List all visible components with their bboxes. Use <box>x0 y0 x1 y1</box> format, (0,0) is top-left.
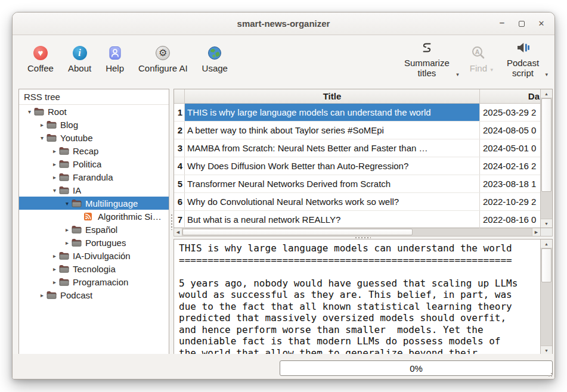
article-preview-text[interactable]: THIS is why large language models can un… <box>174 239 552 355</box>
tree-item-espanol[interactable]: ▸Español <box>19 223 169 236</box>
scroll-right-icon[interactable]: ▶ <box>532 228 540 236</box>
scroll-up-icon[interactable]: ▲ <box>541 89 552 98</box>
expander-icon[interactable]: ▸ <box>50 148 59 154</box>
table-row[interactable]: 4Why Does Diffusion Work Better than Aut… <box>174 157 552 175</box>
expander-icon[interactable]: ▸ <box>38 292 47 298</box>
article-date-cell[interactable]: 2025-03-29 2 <box>480 104 541 121</box>
article-title-cell[interactable]: A better way to think about Taylor serie… <box>185 122 480 139</box>
tree-item-recap[interactable]: ▸Recap <box>19 144 169 157</box>
progress-bar: 0% <box>280 360 553 376</box>
coffee-button-label: Coffee <box>27 63 54 73</box>
coffee-button[interactable]: ♥ Coffee <box>22 43 59 76</box>
table-row[interactable]: 7But what is a neural network REALLY?202… <box>174 211 552 229</box>
expander-icon[interactable]: ▸ <box>50 266 59 272</box>
expander-icon[interactable]: ▸ <box>50 279 59 285</box>
column-header-date[interactable]: Da <box>480 89 541 104</box>
article-date-cell[interactable]: 2022-10-29 2 <box>480 193 541 210</box>
expander-icon[interactable]: ▸ <box>50 253 59 259</box>
table-row[interactable]: 1THIS is why large language models can u… <box>174 104 552 122</box>
tree-item-portugues[interactable]: ▸Portugues <box>19 236 169 249</box>
expander-icon[interactable]: ▸ <box>50 161 59 167</box>
folder-icon <box>72 199 82 208</box>
scrollbar-thumb[interactable] <box>541 98 551 192</box>
article-title-cell[interactable]: MAMBA from Scratch: Neural Nets Better a… <box>185 139 480 157</box>
titlebar[interactable]: smart-news-organizer – ✕ <box>13 13 554 35</box>
tree-item-label: Español <box>85 225 117 235</box>
article-title-cell[interactable]: Why do Convolutional Neural Networks wor… <box>185 193 480 210</box>
maximize-button[interactable] <box>517 19 526 29</box>
expander-icon[interactable]: ▾ <box>63 200 72 207</box>
find-button[interactable]: A Find ▾ <box>464 43 492 76</box>
table-row[interactable]: 5Transformer Neural Networks Derived fro… <box>174 175 552 193</box>
tree-item-politica[interactable]: ▸Politica <box>19 157 169 170</box>
expander-icon[interactable]: ▾ <box>50 187 59 194</box>
row-number[interactable]: 4 <box>174 157 185 175</box>
table-body: 1THIS is why large language models can u… <box>174 104 552 229</box>
tree-item-podcast[interactable]: ▸Podcast <box>19 288 169 301</box>
article-date-cell[interactable]: 2024-08-05 0 <box>480 122 541 139</box>
expander-icon[interactable]: ▸ <box>63 226 72 233</box>
row-number[interactable]: 6 <box>174 193 185 210</box>
expander-icon[interactable]: ▾ <box>25 108 34 115</box>
table-horizontal-scrollbar[interactable]: ◀ ▶ <box>173 228 541 237</box>
expander-icon[interactable]: ▸ <box>38 122 47 128</box>
table-row[interactable]: 6Why do Convolutional Neural Networks wo… <box>174 193 552 211</box>
tree-item-algorithmic-si[interactable]: Algorithmic Si… <box>19 210 169 223</box>
expander-icon[interactable]: ▸ <box>50 174 59 181</box>
tree-item-label: Blog <box>60 120 78 130</box>
tree-item-root[interactable]: ▾Root <box>19 105 169 118</box>
column-header-title[interactable]: Title <box>185 89 480 104</box>
article-date-cell[interactable]: 2023-08-18 1 <box>480 175 541 192</box>
scrollbar-thumb[interactable] <box>541 248 551 282</box>
minimize-button[interactable]: – <box>497 19 507 29</box>
preview-vertical-scrollbar[interactable]: ▲ ▼ <box>540 239 552 354</box>
row-number[interactable]: 3 <box>174 139 185 157</box>
article-date-cell[interactable]: 2024-05-01 0 <box>480 139 541 157</box>
expander-icon[interactable]: ▾ <box>38 135 47 141</box>
row-number[interactable]: 5 <box>174 175 185 192</box>
article-title-cell[interactable]: Transformer Neural Networks Derived from… <box>185 175 480 192</box>
scroll-left-icon[interactable]: ◀ <box>174 228 182 236</box>
configure-ai-button[interactable]: ⚙ Configure AI <box>133 43 193 76</box>
scroll-up-icon[interactable]: ▲ <box>541 239 552 248</box>
tree-item-ia[interactable]: ▾IA <box>19 183 169 197</box>
about-button[interactable]: i About <box>63 43 97 76</box>
speaker-icon <box>515 40 531 55</box>
vertical-pane-splitter[interactable] <box>169 89 173 355</box>
article-date-cell[interactable]: 2022-08-16 0 <box>480 211 541 228</box>
article-title-cell[interactable]: THIS is why large language models can un… <box>185 104 480 121</box>
tree-item-blog[interactable]: ▸Blog <box>19 118 169 131</box>
scroll-down-icon[interactable]: ▼ <box>541 219 552 228</box>
resize-grip[interactable] <box>547 371 553 377</box>
close-button[interactable]: ✕ <box>537 19 546 29</box>
tree-item-tecnologia[interactable]: ▸Tecnologia <box>19 262 169 275</box>
tree-item-farandula[interactable]: ▸Farandula <box>19 170 169 183</box>
folder-icon <box>72 225 82 234</box>
scroll-down-icon[interactable]: ▼ <box>541 346 552 354</box>
tree-item-programacion[interactable]: ▸Programacion <box>19 275 169 288</box>
expander-icon[interactable]: ▸ <box>63 239 72 246</box>
person-icon <box>107 45 123 61</box>
row-number[interactable]: 2 <box>174 122 185 139</box>
content-pane: Title Da 1THIS is why large language mod… <box>173 89 553 355</box>
article-title-cell[interactable]: Why Does Diffusion Work Better than Auto… <box>185 157 480 175</box>
article-date-cell[interactable]: 2024-02-16 2 <box>480 157 541 175</box>
scrollbar-thumb[interactable] <box>182 229 413 235</box>
row-number[interactable]: 7 <box>174 211 185 228</box>
row-number[interactable]: 1 <box>174 104 185 121</box>
usage-button[interactable]: Usage <box>197 43 233 76</box>
row-number-header <box>174 89 185 104</box>
article-title-cell[interactable]: But what is a neural network REALLY? <box>185 211 480 228</box>
usage-button-label: Usage <box>202 63 228 73</box>
tree-item-multilinguage[interactable]: ▾Multilinguage <box>19 197 169 210</box>
table-vertical-scrollbar[interactable]: ▲ ▼ <box>540 89 552 228</box>
table-row[interactable]: 3MAMBA from Scratch: Neural Nets Better … <box>174 139 552 157</box>
tree-item-label: Algorithmic Si… <box>98 211 162 222</box>
table-row[interactable]: 2A better way to think about Taylor seri… <box>174 122 552 139</box>
podcast-script-label: Podcast script <box>504 58 542 78</box>
tree-item-youtube[interactable]: ▾Youtube <box>19 131 169 144</box>
tree-item-ia-divulgacion[interactable]: ▸IA-Divulgación <box>19 249 169 262</box>
podcast-script-button[interactable]: Podcast script ▾ <box>498 38 547 80</box>
summarize-titles-button[interactable]: Summarize titles ▾ <box>395 38 458 80</box>
help-button[interactable]: Help <box>100 43 129 76</box>
